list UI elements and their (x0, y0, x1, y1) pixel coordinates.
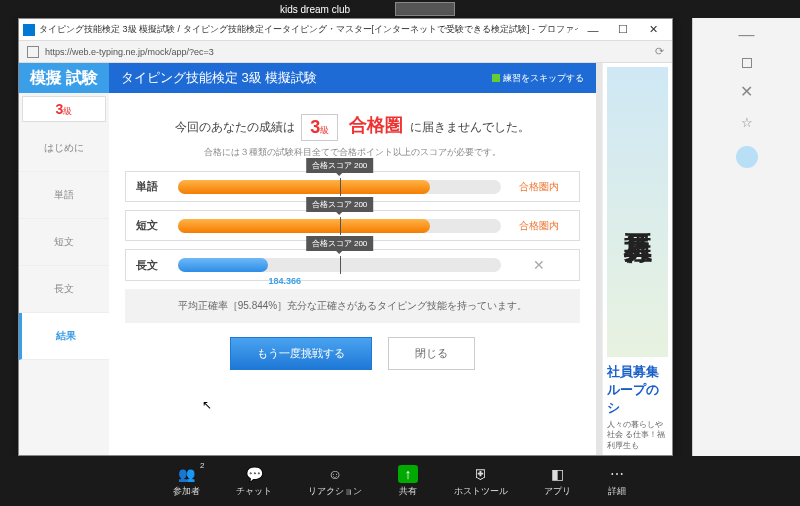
zoom-chat-button[interactable]: 💬チャット (236, 465, 272, 498)
level-badge-inline: 3級 (301, 114, 338, 141)
zoom-reactions-button[interactable]: ☺リアクション (308, 465, 362, 498)
os-side-panel: — ✕ ☆ (692, 18, 800, 456)
minimize-button[interactable]: — (578, 20, 608, 40)
apps-icon: ◧ (548, 465, 568, 483)
retry-button[interactable]: もう一度挑戦する (230, 337, 372, 370)
zoom-item-label: チャット (236, 485, 272, 498)
score-label: 長文 (136, 258, 170, 273)
score-value: 184.366 (268, 276, 301, 286)
meeting-name: kids dream club (280, 4, 350, 15)
zoom-item-label: アプリ (544, 485, 571, 498)
score-status: 合格圏内 (509, 180, 569, 194)
skip-button[interactable]: 練習をスキップする (492, 72, 584, 85)
zoom-participants-button[interactable]: 👥2参加者 (173, 465, 200, 498)
score-label: 短文 (136, 218, 170, 233)
sidebar-item-0[interactable]: はじめに (19, 125, 109, 172)
ad-sidebar[interactable]: 正社員募 社員募集 ループのシ 人々の暮らしや社会 る仕事！福利厚生も (602, 63, 672, 455)
score-bar: 合格スコア 200184.366 (178, 258, 501, 272)
edge-icon (23, 24, 35, 36)
sidebar-item-3[interactable]: 長文 (19, 266, 109, 313)
score-status: ✕ (509, 257, 569, 273)
sidebar-item-4[interactable]: 結果 (19, 313, 109, 360)
zoom-item-label: リアクション (308, 485, 362, 498)
score-status: 合格圏内 (509, 219, 569, 233)
window-titlebar: タイピング技能検定 3級 模擬試験 / タイピング技能検定イータイピング・マスタ… (19, 19, 672, 41)
more-icon: ⋯ (607, 465, 627, 483)
ad-image: 正社員募 (607, 67, 668, 357)
sidebar-item-2[interactable]: 短文 (19, 219, 109, 266)
pass-marker: 合格スコア 200 (306, 236, 374, 251)
maximize-button[interactable]: ☐ (608, 20, 638, 40)
zoom-item-label: 共有 (399, 485, 417, 498)
zoom-item-label: ホストツール (454, 485, 508, 498)
panel-minimize-icon[interactable]: — (739, 26, 755, 44)
accuracy-summary: 平均正確率［95.844%］充分な正確さがあるタイピング技能を持っています。 (125, 289, 580, 323)
level-badge: 3級 (22, 96, 106, 122)
result-summary: 今回のあなたの成績は 3級 合格圏 に届きませんでした。 (125, 113, 580, 141)
zoom-meeting-header: kids dream club (0, 0, 800, 18)
zoom-toolbar: 👥2参加者💬チャット☺リアクション↑共有⛨ホストツール◧アプリ⋯詳細 (0, 456, 800, 506)
zoom-more-button[interactable]: ⋯詳細 (607, 465, 627, 498)
panel-close-icon[interactable]: ✕ (740, 82, 753, 101)
ad-headline-2: ループのシ (607, 381, 668, 417)
zoom-item-label: 参加者 (173, 485, 200, 498)
app-logo: 模擬 試験 (19, 63, 109, 93)
lock-icon (27, 46, 39, 58)
participants-icon: 👥2 (177, 465, 197, 483)
score-label: 単語 (136, 179, 170, 194)
score-bar: 合格スコア 200 (178, 180, 501, 194)
video-thumbnail[interactable] (395, 2, 455, 16)
zoom-apps-button[interactable]: ◧アプリ (544, 465, 571, 498)
zoom-item-label: 詳細 (608, 485, 626, 498)
app-header: タイピング技能検定 3級 模擬試験 練習をスキップする (109, 63, 596, 93)
sync-icon[interactable]: ⟳ (655, 45, 664, 58)
score-row-2: 長文合格スコア 200184.366✕ (125, 249, 580, 281)
close-window-button[interactable]: ✕ (638, 20, 668, 40)
url-actions: ⟳ (655, 45, 664, 58)
url-text: https://web.e-typing.ne.jp/mock/app/?ec=… (45, 47, 655, 57)
favorite-icon[interactable]: ☆ (741, 115, 753, 130)
close-button[interactable]: 閉じる (388, 337, 475, 370)
panel-maximize-icon[interactable] (742, 58, 752, 68)
share-icon: ↑ (398, 465, 418, 483)
ad-description: 人々の暮らしや社会 る仕事！福利厚生も (607, 420, 668, 451)
chat-icon: 💬 (244, 465, 264, 483)
ad-headline-1: 社員募集 (607, 363, 668, 381)
profile-avatar[interactable] (736, 146, 758, 168)
reactions-icon: ☺ (325, 465, 345, 483)
zoom-host-button[interactable]: ⛨ホストツール (454, 465, 508, 498)
skip-icon (492, 74, 500, 82)
score-bar: 合格スコア 200 (178, 219, 501, 233)
badge: 2 (200, 461, 204, 470)
sidebar-item-1[interactable]: 単語 (19, 172, 109, 219)
app-sidebar: 模擬 試験 3級 はじめに単語短文長文結果 (19, 63, 109, 455)
address-bar[interactable]: https://web.e-typing.ne.jp/mock/app/?ec=… (19, 41, 672, 63)
host-icon: ⛨ (471, 465, 491, 483)
zoom-share-button[interactable]: ↑共有 (398, 465, 418, 498)
pass-marker: 合格スコア 200 (306, 197, 374, 212)
window-title: タイピング技能検定 3級 模擬試験 / タイピング技能検定イータイピング・マスタ… (39, 23, 578, 36)
page-title: タイピング技能検定 3級 模擬試験 (121, 69, 317, 87)
pass-marker: 合格スコア 200 (306, 158, 374, 173)
browser-window: タイピング技能検定 3級 模擬試験 / タイピング技能検定イータイピング・マスタ… (18, 18, 673, 456)
